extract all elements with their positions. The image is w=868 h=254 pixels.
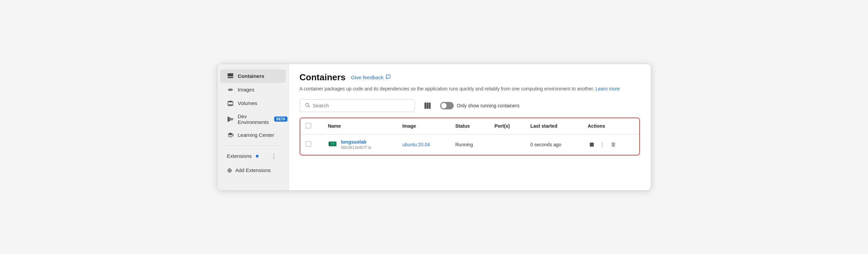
select-all-checkbox[interactable] xyxy=(306,123,311,128)
col-actions: Actions xyxy=(582,118,639,134)
add-extensions-label: Add Extensions xyxy=(235,167,271,173)
svg-rect-7 xyxy=(229,118,233,120)
svg-line-11 xyxy=(308,106,310,107)
grid-view-button[interactable] xyxy=(420,100,435,111)
stop-button[interactable] xyxy=(588,141,596,148)
copy-id-icon[interactable]: ⧉ xyxy=(368,145,371,150)
feedback-icon xyxy=(385,74,391,81)
container-name-link[interactable]: tongsuolab xyxy=(341,139,366,145)
images-icon xyxy=(227,86,234,93)
search-box xyxy=(300,99,415,112)
add-extensions-icon: ⊕ xyxy=(227,167,232,174)
page-description: A container packages up code and its dep… xyxy=(300,85,640,92)
more-actions-icon: ⋮ xyxy=(600,142,605,147)
sidebar-item-learning-center[interactable]: Learning Center xyxy=(220,128,286,142)
table-row: tongsuolab 5663813e907f ⧉ ubuntu:20.04 xyxy=(300,134,639,155)
toolbar: Only show running containers xyxy=(300,99,640,112)
add-extensions-item[interactable]: ⊕ Add Extensions xyxy=(220,163,286,177)
svg-point-3 xyxy=(229,88,231,91)
containers-table: Name Image Status Port(s) Last started xyxy=(300,118,639,155)
col-status: Status xyxy=(450,118,489,134)
feedback-link[interactable]: Give feedback xyxy=(351,74,391,81)
sidebar-divider xyxy=(223,145,283,146)
svg-rect-9 xyxy=(386,75,390,78)
status-text: Running xyxy=(455,142,473,147)
image-link[interactable]: ubuntu:20.04 xyxy=(402,142,430,147)
svg-rect-14 xyxy=(429,102,431,108)
svg-point-5 xyxy=(228,104,233,106)
svg-rect-2 xyxy=(227,73,233,74)
svg-rect-17 xyxy=(330,144,335,145)
svg-rect-12 xyxy=(424,102,426,108)
sidebar-extensions-section[interactable]: Extensions ⋮ xyxy=(220,149,286,163)
sidebar-item-images[interactable]: Images xyxy=(220,83,286,97)
learning-center-icon xyxy=(227,132,234,139)
col-name: Name xyxy=(322,118,397,134)
col-image: Image xyxy=(397,118,450,134)
sidebar-item-volumes-label: Volumes xyxy=(238,100,258,106)
row-checkbox[interactable] xyxy=(306,141,311,147)
extensions-dot-indicator xyxy=(256,155,259,157)
learn-more-link[interactable]: Learn more xyxy=(596,86,620,91)
row-ports-cell xyxy=(489,134,525,155)
container-icon xyxy=(328,139,337,150)
svg-point-4 xyxy=(228,101,233,102)
row-status-cell: Running xyxy=(450,134,489,155)
svg-rect-13 xyxy=(427,102,429,108)
running-containers-toggle[interactable] xyxy=(440,102,454,109)
main-content: Containers Give feedback A container pac… xyxy=(289,64,651,190)
last-started-text: 0 seconds ago xyxy=(530,142,561,147)
volumes-icon xyxy=(227,100,234,107)
container-id-text: 5663813e907f xyxy=(341,145,367,150)
stop-icon xyxy=(590,143,594,147)
row-actions-cell: ⋮ 🗑 xyxy=(582,134,639,155)
sidebar-item-images-label: Images xyxy=(238,87,254,92)
sidebar-item-containers-label: Containers xyxy=(238,73,264,79)
svg-rect-0 xyxy=(227,75,233,76)
extensions-more-button[interactable]: ⋮ xyxy=(269,152,279,161)
more-actions-button[interactable]: ⋮ xyxy=(598,141,607,149)
sidebar-item-dev-environments-label: Dev Environments xyxy=(238,113,269,125)
running-containers-toggle-area: Only show running containers xyxy=(440,102,520,109)
extensions-label: Extensions xyxy=(227,153,252,159)
containers-icon xyxy=(227,73,234,80)
delete-button[interactable]: 🗑 xyxy=(609,140,618,149)
row-checkbox-cell xyxy=(300,134,323,155)
row-last-started-cell: 0 seconds ago xyxy=(525,134,582,155)
page-header: Containers Give feedback xyxy=(300,72,640,83)
toggle-label: Only show running containers xyxy=(457,103,520,108)
sidebar-item-volumes[interactable]: Volumes xyxy=(220,97,286,110)
svg-rect-16 xyxy=(330,143,335,144)
table-header-row: Name Image Status Port(s) Last started xyxy=(300,118,639,134)
sidebar: Containers Images Volumes xyxy=(218,64,289,190)
sidebar-item-learning-center-label: Learning Center xyxy=(238,132,275,138)
col-checkbox xyxy=(300,118,323,134)
page-title: Containers xyxy=(300,72,346,83)
col-ports: Port(s) xyxy=(489,118,525,134)
dev-environments-icon xyxy=(227,116,234,123)
svg-point-10 xyxy=(305,103,308,106)
search-input[interactable] xyxy=(313,103,410,108)
svg-rect-1 xyxy=(227,77,233,78)
sidebar-item-dev-environments[interactable]: Dev Environments BETA xyxy=(220,110,286,128)
feedback-label: Give feedback xyxy=(351,75,383,80)
delete-icon: 🗑 xyxy=(611,142,616,148)
containers-table-container: Name Image Status Port(s) Last started xyxy=(300,118,640,155)
sidebar-item-containers[interactable]: Containers xyxy=(220,69,286,83)
beta-badge: BETA xyxy=(274,117,287,122)
col-last-started: Last started xyxy=(525,118,582,134)
row-image-cell: ubuntu:20.04 xyxy=(397,134,450,155)
row-name-cell: tongsuolab 5663813e907f ⧉ xyxy=(322,134,397,155)
search-icon xyxy=(305,102,310,109)
